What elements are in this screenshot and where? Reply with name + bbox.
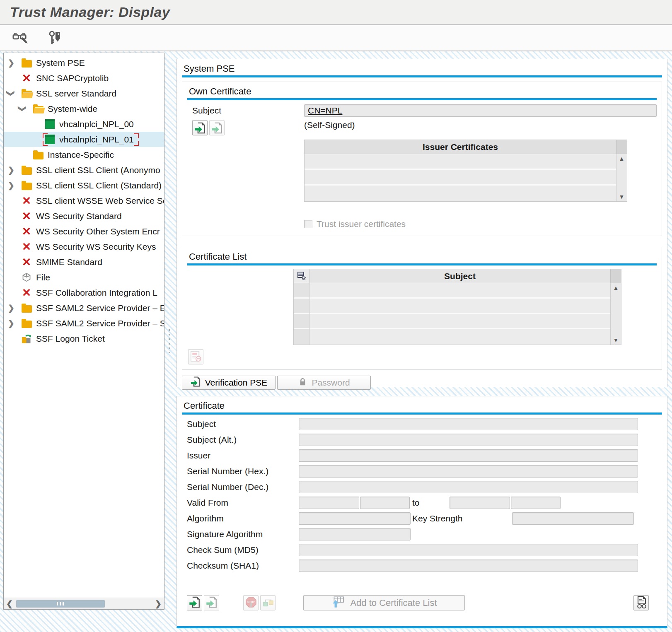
certificate-list-scrollbar[interactable]	[610, 283, 621, 345]
table-header-corner	[616, 140, 627, 154]
import-document-icon	[190, 376, 201, 389]
certificate-list-row[interactable]	[309, 329, 610, 345]
tree-item-ssf-logon-ticket[interactable]: SSF Logon Ticket	[4, 331, 164, 346]
scroll-down-arrow-icon[interactable]	[619, 194, 625, 200]
lock-icon	[298, 377, 307, 388]
scroll-up-arrow-icon[interactable]	[619, 156, 625, 162]
row-selector[interactable]	[294, 314, 309, 329]
export-document-icon	[205, 596, 218, 610]
tree-item-system-wide[interactable]: System-wide	[4, 101, 164, 116]
certificate-list-row[interactable]	[309, 299, 610, 314]
tree-item-ssl-client-standard[interactable]: SSL client SSL Client (Standard)	[4, 178, 164, 193]
tree-item-system-pse[interactable]: System PSE	[4, 55, 164, 70]
own-subject-value[interactable]: CN=NPL	[308, 106, 342, 116]
tree-item-vhcalnplci-npl-01-selected[interactable]: vhcalnplci_NPL_01	[4, 132, 164, 147]
pse-tree-panel: System PSE ✕ SNC SAPCryptolib SSL server…	[3, 53, 164, 610]
collapse-icon[interactable]	[19, 104, 31, 113]
tree-item-ssf-collaboration[interactable]: ✕ SSF Collaboration Integration L	[4, 285, 164, 300]
tree-item-ssf-saml2-e[interactable]: SSF SAML2 Service Provider – E	[4, 300, 164, 316]
pse-tree: System PSE ✕ SNC SAPCryptolib SSL server…	[4, 53, 164, 346]
tree-item-vhcalnplci-npl-00[interactable]: vhcalnplci_NPL_00	[4, 116, 164, 132]
key-strength-field[interactable]	[512, 512, 634, 525]
import-own-certificate-button-disabled[interactable]	[209, 120, 225, 135]
select-all-corner-button[interactable]	[294, 269, 309, 283]
tree-horizontal-scrollbar[interactable]	[4, 598, 164, 609]
row-selector[interactable]	[294, 283, 309, 299]
password-button-disabled[interactable]: Password	[277, 376, 371, 390]
scroll-up-arrow-icon[interactable]	[613, 285, 619, 291]
revoke-certificate-button-disabled[interactable]	[243, 595, 259, 610]
trust-issuer-certificates-checkbox[interactable]	[304, 220, 312, 228]
certificate-list-row[interactable]	[309, 283, 610, 299]
tree-item-ssf-saml2-s[interactable]: SSF SAML2 Service Provider – S	[4, 316, 164, 331]
cert-issuer-field[interactable]	[299, 449, 638, 462]
issuer-table-row[interactable]	[305, 154, 616, 170]
expand-icon[interactable]	[8, 318, 19, 328]
certificate-list-subject-header: Subject	[309, 269, 610, 283]
table-header-corner	[610, 269, 621, 283]
display-certificate-button[interactable]	[633, 595, 649, 610]
pse-key-button[interactable]	[46, 29, 64, 47]
expand-icon[interactable]	[8, 303, 19, 313]
tree-item-ssl-client-wsse[interactable]: ✕ SSL client WSSE Web Service Sec	[4, 193, 164, 208]
display-change-toggle-button[interactable]	[11, 29, 29, 47]
issuer-table-scrollbar[interactable]	[616, 154, 627, 201]
scrollbar-track[interactable]	[15, 599, 152, 608]
certificate-list-title: Certificate List	[187, 251, 657, 262]
tree-item-ws-security-keys[interactable]: ✕ WS Security WS Security Keys	[4, 239, 164, 254]
own-subject-field[interactable]: CN=NPL	[304, 104, 657, 117]
valid-from-date-field[interactable]	[299, 497, 359, 509]
tree-item-ssl-client-anonymous[interactable]: SSL client SSL Client (Anonymo	[4, 162, 164, 178]
tree-item-smime-standard[interactable]: ✕ SMIME Standard	[4, 254, 164, 270]
tree-item-ws-security-standard[interactable]: ✕ WS Security Standard	[4, 208, 164, 224]
checksum-md5-field[interactable]	[299, 544, 638, 556]
serial-number-dec-field[interactable]	[299, 481, 638, 493]
panel-splitter[interactable]	[165, 53, 176, 610]
cert-subject-field[interactable]	[299, 418, 638, 430]
folder-icon	[33, 150, 44, 160]
collapse-icon[interactable]	[8, 89, 19, 98]
issuer-certificates-table: Issuer Certificates	[304, 140, 627, 202]
subject-label: Subject	[187, 106, 304, 116]
expand-icon[interactable]	[8, 181, 19, 190]
scroll-right-arrow-icon[interactable]	[152, 599, 164, 608]
signature-algorithm-field[interactable]	[299, 528, 411, 540]
verification-pse-button[interactable]: Verification PSE	[182, 376, 276, 390]
valid-to-date-field[interactable]	[450, 497, 510, 509]
import-certificate-button[interactable]	[187, 595, 202, 610]
tree-item-ssl-server-standard[interactable]: SSL server Standard	[4, 86, 164, 101]
row-selector[interactable]	[294, 299, 309, 314]
scroll-left-arrow-icon[interactable]	[4, 599, 15, 608]
folder-icon	[21, 318, 32, 328]
expand-icon[interactable]	[8, 165, 19, 175]
valid-from-time-field[interactable]	[360, 497, 410, 509]
scroll-down-arrow-icon[interactable]	[613, 337, 619, 343]
serial-number-hex-field[interactable]	[299, 465, 638, 478]
scrollbar-thumb[interactable]	[16, 600, 105, 608]
system-pse-title: System PSE	[182, 63, 662, 74]
tree-item-ws-security-other-system[interactable]: ✕ WS Security Other System Encr	[4, 224, 164, 239]
checksum-sha1-field[interactable]	[299, 560, 638, 572]
algorithm-field[interactable]	[299, 512, 411, 525]
issuer-table-row[interactable]	[305, 186, 616, 201]
add-to-certificate-list-button-disabled[interactable]: Add to Certificate List	[303, 595, 465, 610]
serial-number-hex-label: Serial Number (Hex.)	[182, 466, 299, 476]
key-icon	[48, 29, 62, 47]
splitter-grip-icon[interactable]	[167, 329, 172, 353]
valid-to-time-field[interactable]	[511, 497, 561, 509]
certificate-request-response-button-disabled[interactable]	[260, 595, 276, 610]
expand-icon[interactable]	[8, 58, 19, 68]
certificate-list-row[interactable]	[309, 314, 610, 329]
cert-subject-alt-field[interactable]	[299, 434, 638, 446]
delete-certificate-button-disabled[interactable]	[188, 349, 203, 364]
export-certificate-button-disabled[interactable]	[204, 595, 219, 610]
export-own-certificate-button[interactable]	[192, 120, 208, 135]
issuer-table-row[interactable]	[305, 170, 616, 186]
tree-item-file[interactable]: File	[4, 270, 164, 285]
row-selector[interactable]	[294, 329, 309, 345]
tree-item-snc-sapcryptolib[interactable]: ✕ SNC SAPCryptolib	[4, 70, 164, 86]
tree-item-instance-specific[interactable]: Instance-Specific	[4, 147, 164, 162]
cert-issuer-label: Issuer	[182, 451, 299, 461]
stop-sign-icon	[245, 596, 257, 609]
table-select-icon	[297, 271, 306, 282]
